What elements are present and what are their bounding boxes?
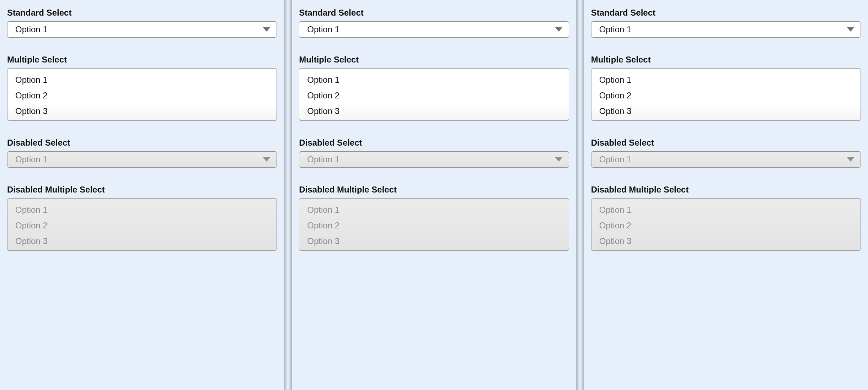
standard-select-label: Standard Select: [299, 8, 569, 18]
multiple-select-option[interactable]: Option 3: [591, 103, 861, 119]
disabled-select-label: Disabled Select: [7, 138, 277, 148]
multiple-select-label: Multiple Select: [299, 55, 569, 65]
disabled-multiple-select-option: Option 1: [299, 202, 568, 218]
disabled-multiple-select-option: Option 2: [591, 218, 861, 233]
chevron-down-icon: [847, 27, 854, 32]
disabled-select-field: Disabled Select Option 1: [591, 138, 861, 168]
disabled-select: Option 1: [7, 151, 277, 168]
panel-3: Standard Select Option 1 Multiple Select…: [584, 0, 868, 390]
panel-2: Standard Select Option 1 Multiple Select…: [292, 0, 576, 390]
disabled-select-value: Option 1: [307, 155, 339, 164]
panel-1: Standard Select Option 1 Multiple Select…: [0, 0, 284, 390]
standard-select-value: Option 1: [307, 25, 339, 34]
multiple-select-label: Multiple Select: [7, 55, 277, 65]
chevron-down-icon: [555, 157, 562, 162]
standard-select-field: Standard Select Option 1: [299, 8, 569, 38]
disabled-multiple-select-label: Disabled Multiple Select: [591, 185, 861, 195]
standard-select[interactable]: Option 1: [7, 21, 277, 38]
panel-separator: [284, 0, 292, 390]
multiple-select-option[interactable]: Option 1: [591, 72, 861, 88]
multiple-select[interactable]: Option 1 Option 2 Option 3: [299, 68, 569, 121]
disabled-multiple-select-option: Option 2: [299, 218, 568, 233]
panel-separator: [576, 0, 584, 390]
multiple-select[interactable]: Option 1 Option 2 Option 3: [7, 68, 277, 121]
disabled-multiple-select-option: Option 3: [591, 233, 861, 249]
disabled-multiple-select: Option 1 Option 2 Option 3: [299, 198, 569, 251]
disabled-select-value: Option 1: [599, 155, 632, 164]
disabled-multiple-select-field: Disabled Multiple Select Option 1 Option…: [299, 185, 569, 251]
standard-select-field: Standard Select Option 1: [591, 8, 861, 38]
chevron-down-icon: [555, 27, 562, 32]
disabled-multiple-select-field: Disabled Multiple Select Option 1 Option…: [7, 185, 277, 251]
multiple-select-option[interactable]: Option 3: [299, 103, 568, 119]
multiple-select-option[interactable]: Option 2: [299, 88, 568, 103]
multiple-select-field: Multiple Select Option 1 Option 2 Option…: [7, 55, 277, 121]
disabled-multiple-select-option: Option 3: [7, 233, 277, 249]
disabled-select-field: Disabled Select Option 1: [299, 138, 569, 168]
disabled-select: Option 1: [299, 151, 569, 168]
multiple-select-field: Multiple Select Option 1 Option 2 Option…: [299, 55, 569, 121]
disabled-select-value: Option 1: [15, 155, 48, 164]
disabled-multiple-select-option: Option 1: [591, 202, 861, 218]
standard-select[interactable]: Option 1: [299, 21, 569, 38]
disabled-multiple-select-option: Option 2: [7, 218, 277, 233]
standard-select-value: Option 1: [15, 25, 48, 34]
multiple-select-field: Multiple Select Option 1 Option 2 Option…: [591, 55, 861, 121]
standard-select-field: Standard Select Option 1: [7, 8, 277, 38]
disabled-multiple-select: Option 1 Option 2 Option 3: [7, 198, 277, 251]
disabled-multiple-select-option: Option 3: [299, 233, 568, 249]
columns-container: Standard Select Option 1 Multiple Select…: [0, 0, 868, 390]
disabled-select-label: Disabled Select: [299, 138, 569, 148]
disabled-select-label: Disabled Select: [591, 138, 861, 148]
multiple-select[interactable]: Option 1 Option 2 Option 3: [591, 68, 861, 121]
disabled-multiple-select-field: Disabled Multiple Select Option 1 Option…: [591, 185, 861, 251]
standard-select-label: Standard Select: [591, 8, 861, 18]
chevron-down-icon: [263, 157, 270, 162]
chevron-down-icon: [847, 157, 854, 162]
disabled-select: Option 1: [591, 151, 861, 168]
standard-select-value: Option 1: [599, 25, 632, 34]
multiple-select-option[interactable]: Option 3: [7, 103, 277, 119]
standard-select-label: Standard Select: [7, 8, 277, 18]
chevron-down-icon: [263, 27, 270, 32]
disabled-multiple-select: Option 1 Option 2 Option 3: [591, 198, 861, 251]
disabled-select-field: Disabled Select Option 1: [7, 138, 277, 168]
disabled-multiple-select-option: Option 1: [7, 202, 277, 218]
standard-select[interactable]: Option 1: [591, 21, 861, 38]
disabled-multiple-select-label: Disabled Multiple Select: [299, 185, 569, 195]
multiple-select-label: Multiple Select: [591, 55, 861, 65]
multiple-select-option[interactable]: Option 2: [591, 88, 861, 103]
multiple-select-option[interactable]: Option 1: [299, 72, 568, 88]
disabled-multiple-select-label: Disabled Multiple Select: [7, 185, 277, 195]
multiple-select-option[interactable]: Option 1: [7, 72, 277, 88]
multiple-select-option[interactable]: Option 2: [7, 88, 277, 103]
